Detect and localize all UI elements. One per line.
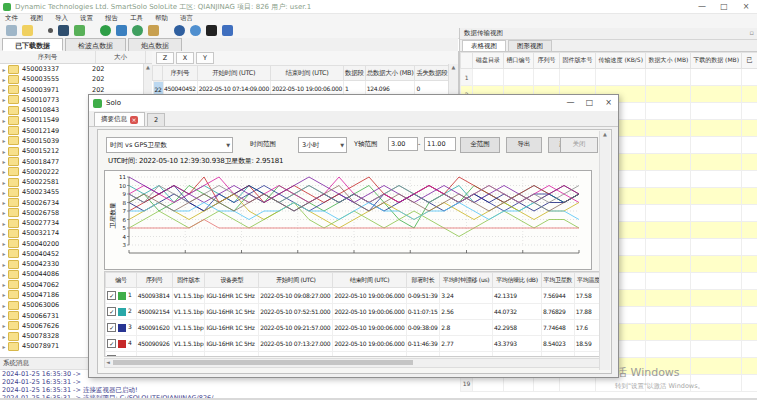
transfer-col-header[interactable]: 下载的数据 (MB) <box>691 53 741 69</box>
summary-col-header[interactable]: 固件版本 <box>172 273 205 288</box>
expand-icon[interactable]: ▸ <box>0 168 8 175</box>
earth-icon[interactable] <box>132 25 143 36</box>
summary-col-header[interactable]: 结束时间 (UTC) <box>333 273 406 288</box>
device-row[interactable]: ✓4450090926V1.1.5.1bpIGU-16HR 1C 5Hz2022… <box>106 336 605 352</box>
transfer-col-header[interactable]: 固件版本号 <box>559 53 596 69</box>
mid-col-header[interactable]: 数据段 <box>344 66 366 81</box>
printer-icon[interactable] <box>6 25 17 36</box>
expand-icon[interactable]: ▸ <box>0 240 8 247</box>
menu-item-工具[interactable]: 工具 <box>130 14 143 23</box>
globe-blue-icon[interactable] <box>174 25 185 36</box>
menu-item-视图[interactable]: 视图 <box>30 14 43 23</box>
mid-col-header[interactable] <box>153 66 163 81</box>
phone-icon[interactable] <box>206 25 217 36</box>
expand-icon[interactable]: ▸ <box>0 127 8 134</box>
mid-col-header[interactable]: 总数据大小 (MB) <box>365 66 415 81</box>
expand-icon[interactable]: ▸ <box>0 291 8 298</box>
expand-icon[interactable]: ▸ <box>0 250 8 257</box>
dialog-vertical-scrollbar[interactable]: ▲ <box>599 131 610 370</box>
folder-icon[interactable] <box>22 25 33 36</box>
expand-icon[interactable]: ▸ <box>0 209 8 216</box>
dialog-tab-2[interactable]: 2 <box>147 113 165 126</box>
expand-icon[interactable]: ▸ <box>0 333 8 340</box>
expand-icon[interactable]: ▸ <box>0 179 8 186</box>
transfer-col-header[interactable]: 槽口编号 <box>503 53 534 69</box>
expand-icon[interactable]: ▸ <box>0 76 8 83</box>
device-checkbox[interactable]: ✓ <box>107 291 116 300</box>
transfer-col-header[interactable]: 数据大小 (MB) <box>646 53 691 69</box>
dot-icon[interactable] <box>48 28 53 33</box>
expand-icon[interactable]: ▸ <box>0 189 8 196</box>
close-chart-button[interactable]: 关闭 <box>560 137 598 153</box>
expand-icon[interactable]: ▸ <box>0 312 8 319</box>
summary-col-header[interactable]: 平均信噪比 (dB) <box>492 273 541 288</box>
expand-icon[interactable]: ▸ <box>0 220 8 227</box>
menu-item-设置[interactable]: 设置 <box>80 14 93 23</box>
transfer-tab-图形视图[interactable]: 图形视图 <box>508 40 552 51</box>
expand-icon[interactable]: ▸ <box>0 261 8 268</box>
summary-col-header[interactable]: 编号 <box>106 273 137 288</box>
device-checkbox[interactable]: ✓ <box>107 307 116 316</box>
main-tab-已下载数据[interactable]: 已下载数据 <box>2 38 63 51</box>
maximize-button[interactable]: □ <box>713 0 735 13</box>
main-tab-炮点数据[interactable]: 炮点数据 <box>128 38 182 51</box>
menu-item-语言[interactable]: 语言 <box>180 14 193 23</box>
transfer-row[interactable]: 1 <box>461 69 757 86</box>
expand-icon[interactable]: ▸ <box>0 66 8 73</box>
tab-close-icon[interactable]: × <box>130 116 138 124</box>
transfer-col-header[interactable]: 传输速度 (KB/S) <box>596 53 646 69</box>
expand-icon[interactable]: ▸ <box>0 137 8 144</box>
tree-row[interactable]: ▸450003337202 <box>0 64 144 74</box>
axis-tab-Z[interactable]: Z <box>156 52 174 64</box>
summary-col-header[interactable]: 开始时间 (UTC) <box>259 273 333 288</box>
summary-col-header[interactable]: 平均时钟漂移 (us) <box>440 273 493 288</box>
y-max-input[interactable]: 11.00 <box>424 137 456 151</box>
expand-icon[interactable]: ▸ <box>0 117 8 124</box>
mouse-icon[interactable] <box>190 25 201 36</box>
menu-item-导入[interactable]: 导入 <box>55 14 68 23</box>
axis-tab-X[interactable]: X <box>176 52 194 64</box>
monitor-icon[interactable] <box>116 25 127 36</box>
mid-col-header[interactable]: 序列号 <box>163 66 198 81</box>
menu-item-文件[interactable]: 文件 <box>5 14 18 23</box>
menu-item-报告[interactable]: 报告 <box>105 14 118 23</box>
expand-icon[interactable]: ▸ <box>0 271 8 278</box>
expand-icon[interactable]: ▸ <box>0 96 8 103</box>
dialog-title-bar[interactable]: Solo — □ × <box>89 95 618 111</box>
mid-col-header[interactable]: 结束时间 (UTC) <box>270 66 343 81</box>
expand-icon[interactable]: ▸ <box>0 343 8 350</box>
scroll-left-icon[interactable]: ◄ <box>106 359 110 366</box>
summary-col-header[interactable]: 序列号 <box>136 273 172 288</box>
calculator-icon[interactable] <box>58 25 69 36</box>
chart-icon[interactable] <box>74 25 85 36</box>
globe-green-icon[interactable] <box>100 25 111 36</box>
dialog-close-button[interactable]: × <box>599 95 618 111</box>
device-row[interactable]: ✓3450091620V1.1.5.1bpIGU-16HR 1C 5Hz2022… <box>106 320 605 336</box>
expand-icon[interactable]: ▸ <box>0 148 8 155</box>
device-checkbox[interactable]: ✓ <box>107 339 116 348</box>
minimize-button[interactable]: — <box>691 0 713 13</box>
full-range-button[interactable]: 全范围 <box>460 137 500 153</box>
summary-col-header[interactable]: 部署时长 <box>406 273 440 288</box>
device-row[interactable]: ✓1450093814V1.1.5.1bpIGU-16HR 1C 5Hz2022… <box>106 288 605 304</box>
expand-icon[interactable]: ▸ <box>0 86 8 93</box>
dialog-tab-摘要信息[interactable]: 摘要信息× <box>94 112 145 126</box>
pin-icon[interactable]: ▫ <box>750 28 754 39</box>
mid-col-header[interactable]: 开始时间 (UTC) <box>197 66 270 81</box>
mid-col-header[interactable]: 丢失数据段 <box>415 66 449 81</box>
menu-item-帮助[interactable]: 帮助 <box>155 14 168 23</box>
expand-icon[interactable]: ▸ <box>0 322 8 329</box>
expand-icon[interactable]: ▸ <box>0 281 8 288</box>
device-checkbox[interactable]: ✓ <box>107 355 116 357</box>
y-min-input[interactable]: 3.00 <box>388 137 418 151</box>
export-button[interactable]: 导出 <box>506 137 542 153</box>
device-row[interactable]: ✓5450090418V1.1.5.1bpIGU-16HR 1C 5Hz2022… <box>106 352 605 358</box>
satellite-chart[interactable]: 34567891011 卫星数量 <box>104 170 592 270</box>
expand-icon[interactable]: ▸ <box>0 230 8 237</box>
transfer-tab-表格视图[interactable]: 表格视图 <box>462 40 506 51</box>
axis-tab-Y[interactable]: Y <box>196 52 214 64</box>
expand-icon[interactable]: ▸ <box>0 302 8 309</box>
main-tab-检波点数据[interactable]: 检波点数据 <box>65 38 126 51</box>
time-range-select[interactable]: 3小时 ▼ <box>298 137 347 153</box>
device-checkbox[interactable]: ✓ <box>107 323 116 332</box>
